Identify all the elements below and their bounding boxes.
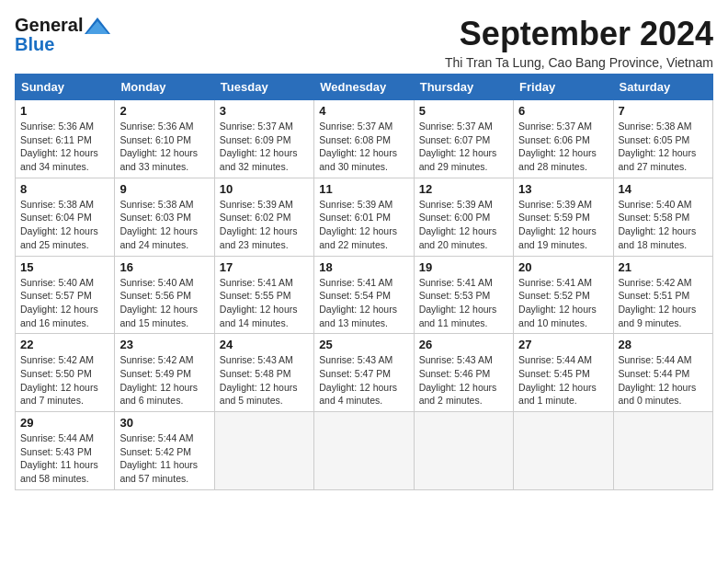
- day-number: 13: [518, 182, 608, 196]
- logo-general: General: [15, 15, 83, 36]
- table-row: 25Sunrise: 5:43 AMSunset: 5:47 PMDayligh…: [314, 334, 414, 412]
- table-row: 18Sunrise: 5:41 AMSunset: 5:54 PMDayligh…: [314, 256, 414, 334]
- day-number: 20: [518, 260, 608, 274]
- day-number: 21: [619, 260, 708, 274]
- day-info: Sunrise: 5:40 AMSunset: 5:57 PMDaylight:…: [20, 276, 109, 330]
- table-row: [414, 412, 513, 490]
- day-info: Sunrise: 5:41 AMSunset: 5:55 PMDaylight:…: [220, 276, 309, 330]
- day-info: Sunrise: 5:43 AMSunset: 5:48 PMDaylight:…: [220, 353, 309, 408]
- calendar-week-4: 22Sunrise: 5:42 AMSunset: 5:50 PMDayligh…: [16, 334, 713, 412]
- day-info: Sunrise: 5:36 AMSunset: 6:11 PMDaylight:…: [20, 120, 109, 174]
- day-info: Sunrise: 5:43 AMSunset: 5:47 PMDaylight:…: [319, 353, 408, 408]
- col-saturday: Saturday: [613, 75, 712, 100]
- day-info: Sunrise: 5:39 AMSunset: 5:59 PMDaylight:…: [518, 198, 608, 252]
- day-info: Sunrise: 5:38 AMSunset: 6:04 PMDaylight:…: [20, 198, 109, 252]
- day-info: Sunrise: 5:37 AMSunset: 6:06 PMDaylight:…: [518, 120, 608, 174]
- calendar-table: Sunday Monday Tuesday Wednesday Thursday…: [15, 74, 713, 490]
- day-info: Sunrise: 5:40 AMSunset: 5:56 PMDaylight:…: [119, 276, 209, 330]
- day-info: Sunrise: 5:37 AMSunset: 6:09 PMDaylight:…: [220, 120, 309, 174]
- day-number: 1: [20, 104, 109, 118]
- day-info: Sunrise: 5:39 AMSunset: 6:02 PMDaylight:…: [220, 198, 309, 252]
- table-row: 15Sunrise: 5:40 AMSunset: 5:57 PMDayligh…: [16, 256, 115, 334]
- day-info: Sunrise: 5:41 AMSunset: 5:52 PMDaylight:…: [518, 276, 608, 330]
- logo-blue: Blue: [15, 34, 54, 55]
- table-row: [613, 412, 712, 490]
- col-friday: Friday: [514, 75, 613, 100]
- table-row: 8Sunrise: 5:38 AMSunset: 6:04 PMDaylight…: [16, 178, 115, 256]
- day-info: Sunrise: 5:40 AMSunset: 5:58 PMDaylight:…: [619, 198, 708, 252]
- day-number: 18: [319, 260, 408, 274]
- day-info: Sunrise: 5:44 AMSunset: 5:42 PMDaylight:…: [119, 431, 209, 486]
- table-row: 4Sunrise: 5:37 AMSunset: 6:08 PMDaylight…: [314, 100, 414, 178]
- table-row: 12Sunrise: 5:39 AMSunset: 6:00 PMDayligh…: [414, 178, 513, 256]
- table-row: 2Sunrise: 5:36 AMSunset: 6:10 PMDaylight…: [115, 100, 214, 178]
- day-number: 28: [619, 338, 708, 351]
- day-info: Sunrise: 5:38 AMSunset: 6:03 PMDaylight:…: [119, 198, 209, 252]
- table-row: 21Sunrise: 5:42 AMSunset: 5:51 PMDayligh…: [613, 256, 712, 334]
- col-sunday: Sunday: [16, 75, 115, 100]
- table-row: 17Sunrise: 5:41 AMSunset: 5:55 PMDayligh…: [214, 256, 313, 334]
- table-row: 24Sunrise: 5:43 AMSunset: 5:48 PMDayligh…: [214, 334, 313, 412]
- day-info: Sunrise: 5:41 AMSunset: 5:54 PMDaylight:…: [319, 276, 408, 330]
- day-number: 30: [119, 416, 209, 430]
- title-block: September 2024 Thi Tran Ta Lung, Cao Ban…: [445, 15, 713, 70]
- day-number: 15: [20, 260, 109, 274]
- table-row: 5Sunrise: 5:37 AMSunset: 6:07 PMDaylight…: [414, 100, 513, 178]
- table-row: 27Sunrise: 5:44 AMSunset: 5:45 PMDayligh…: [514, 334, 613, 412]
- month-title: September 2024: [445, 15, 713, 53]
- table-row: 30Sunrise: 5:44 AMSunset: 5:42 PMDayligh…: [115, 412, 214, 490]
- day-number: 3: [220, 104, 309, 118]
- day-info: Sunrise: 5:44 AMSunset: 5:45 PMDaylight:…: [518, 353, 608, 408]
- calendar-week-3: 15Sunrise: 5:40 AMSunset: 5:57 PMDayligh…: [16, 256, 713, 334]
- table-row: 1Sunrise: 5:36 AMSunset: 6:11 PMDaylight…: [16, 100, 115, 178]
- table-row: 20Sunrise: 5:41 AMSunset: 5:52 PMDayligh…: [514, 256, 613, 334]
- day-number: 6: [518, 104, 608, 118]
- day-number: 11: [319, 182, 408, 196]
- day-number: 8: [20, 182, 109, 196]
- day-info: Sunrise: 5:38 AMSunset: 6:05 PMDaylight:…: [619, 120, 708, 174]
- day-number: 4: [319, 104, 408, 118]
- day-number: 29: [20, 416, 109, 430]
- day-info: Sunrise: 5:39 AMSunset: 6:01 PMDaylight:…: [319, 198, 408, 252]
- day-number: 10: [220, 182, 309, 196]
- table-row: 11Sunrise: 5:39 AMSunset: 6:01 PMDayligh…: [314, 178, 414, 256]
- day-info: Sunrise: 5:42 AMSunset: 5:49 PMDaylight:…: [119, 353, 209, 408]
- day-number: 16: [119, 260, 209, 274]
- table-row: [514, 412, 613, 490]
- table-row: 10Sunrise: 5:39 AMSunset: 6:02 PMDayligh…: [214, 178, 313, 256]
- day-number: 19: [419, 260, 508, 274]
- day-number: 24: [220, 338, 309, 351]
- day-info: Sunrise: 5:36 AMSunset: 6:10 PMDaylight:…: [119, 120, 209, 174]
- day-number: 26: [419, 338, 508, 351]
- day-number: 5: [419, 104, 508, 118]
- col-wednesday: Wednesday: [314, 75, 414, 100]
- calendar-header-row: Sunday Monday Tuesday Wednesday Thursday…: [16, 75, 713, 100]
- day-number: 27: [518, 338, 608, 351]
- day-info: Sunrise: 5:42 AMSunset: 5:50 PMDaylight:…: [20, 353, 109, 408]
- day-number: 12: [419, 182, 508, 196]
- table-row: 19Sunrise: 5:41 AMSunset: 5:53 PMDayligh…: [414, 256, 513, 334]
- day-info: Sunrise: 5:37 AMSunset: 6:07 PMDaylight:…: [419, 120, 508, 174]
- table-row: 16Sunrise: 5:40 AMSunset: 5:56 PMDayligh…: [115, 256, 214, 334]
- day-info: Sunrise: 5:42 AMSunset: 5:51 PMDaylight:…: [619, 276, 708, 330]
- col-monday: Monday: [115, 75, 214, 100]
- day-info: Sunrise: 5:37 AMSunset: 6:08 PMDaylight:…: [319, 120, 408, 174]
- day-number: 9: [119, 182, 209, 196]
- calendar-week-2: 8Sunrise: 5:38 AMSunset: 6:04 PMDaylight…: [16, 178, 713, 256]
- table-row: [314, 412, 414, 490]
- col-tuesday: Tuesday: [214, 75, 313, 100]
- table-row: 22Sunrise: 5:42 AMSunset: 5:50 PMDayligh…: [16, 334, 115, 412]
- day-info: Sunrise: 5:39 AMSunset: 6:00 PMDaylight:…: [419, 198, 508, 252]
- table-row: 14Sunrise: 5:40 AMSunset: 5:58 PMDayligh…: [613, 178, 712, 256]
- page-header: General Blue September 2024 Thi Tran Ta …: [15, 15, 713, 70]
- calendar-week-5: 29Sunrise: 5:44 AMSunset: 5:43 PMDayligh…: [16, 412, 713, 490]
- day-number: 2: [119, 104, 209, 118]
- day-number: 23: [119, 338, 209, 351]
- table-row: 7Sunrise: 5:38 AMSunset: 6:05 PMDaylight…: [613, 100, 712, 178]
- table-row: 3Sunrise: 5:37 AMSunset: 6:09 PMDaylight…: [214, 100, 313, 178]
- day-number: 22: [20, 338, 109, 351]
- day-number: 17: [220, 260, 309, 274]
- table-row: 13Sunrise: 5:39 AMSunset: 5:59 PMDayligh…: [514, 178, 613, 256]
- day-info: Sunrise: 5:41 AMSunset: 5:53 PMDaylight:…: [419, 276, 508, 330]
- calendar-week-1: 1Sunrise: 5:36 AMSunset: 6:11 PMDaylight…: [16, 100, 713, 178]
